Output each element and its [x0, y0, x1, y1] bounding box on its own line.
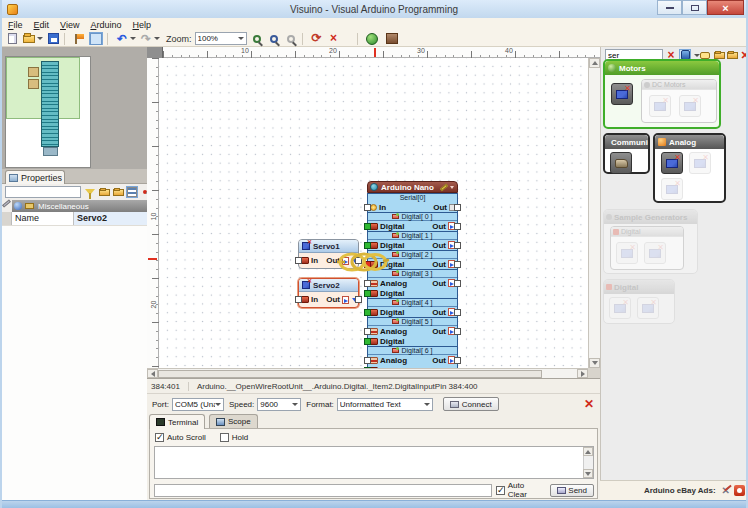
- category-communication[interactable]: Communication: [603, 133, 650, 174]
- component-tile-digital-1[interactable]: [609, 297, 631, 319]
- design-canvas[interactable]: Servo1 In Out Servo2: [159, 58, 588, 368]
- delete-button[interactable]: ×: [327, 32, 341, 45]
- digital1-out-pin[interactable]: [454, 242, 461, 249]
- undo-button[interactable]: ↶: [115, 32, 129, 45]
- format-combobox[interactable]: Unformatted Text: [337, 398, 433, 411]
- port-settings-icon[interactable]: ✕: [584, 397, 594, 411]
- category-digital[interactable]: Digital: [603, 279, 675, 324]
- ads-tools-icon[interactable]: ✕: [722, 485, 730, 496]
- digital3-in-pin[interactable]: [364, 290, 371, 297]
- property-row-name[interactable]: Name Servo2: [2, 212, 147, 225]
- menu-view[interactable]: View: [60, 20, 79, 30]
- zoom-combobox[interactable]: 100%: [195, 32, 247, 45]
- digital2-out-pin[interactable]: [454, 261, 461, 268]
- component-tile-analog-servo[interactable]: [661, 152, 683, 174]
- component-tile-dc-motor[interactable]: [649, 95, 671, 117]
- subgroup-generators-digital[interactable]: Digital: [610, 226, 684, 270]
- properties-filter-input[interactable]: [5, 186, 81, 198]
- send-button[interactable]: Send: [550, 484, 594, 497]
- terminal-scroll-down[interactable]: [583, 469, 593, 478]
- servo2-out-pin[interactable]: [355, 296, 362, 303]
- digital5-out-pin[interactable]: [454, 328, 461, 335]
- hold-checkbox[interactable]: [220, 433, 229, 442]
- serial-out-pin[interactable]: [454, 204, 461, 211]
- filter-button[interactable]: [84, 186, 96, 198]
- arduino-dropdown-arrow[interactable]: [450, 186, 454, 189]
- menu-edit[interactable]: Edit: [34, 20, 50, 30]
- properties-group-header[interactable]: Miscellaneous: [2, 200, 147, 212]
- redo-dropdown-arrow[interactable]: [154, 37, 160, 40]
- web-link-button[interactable]: [365, 32, 379, 45]
- scroll-left-button[interactable]: [147, 369, 158, 378]
- component-tile-digital-2[interactable]: [637, 297, 659, 319]
- component-tile-generator-2[interactable]: [644, 242, 666, 264]
- close-button[interactable]: ×: [707, 0, 744, 15]
- digital3-analog-in-pin[interactable]: [364, 280, 371, 287]
- build-upload-button[interactable]: ⟳: [310, 32, 324, 45]
- speed-combobox[interactable]: 9600: [257, 398, 301, 411]
- digital5-analog-in-pin[interactable]: [364, 328, 371, 335]
- collapse-categories-button[interactable]: [726, 49, 738, 61]
- package-button[interactable]: [385, 32, 399, 45]
- digital5-in-pin[interactable]: [364, 338, 371, 345]
- digital3-out-pin[interactable]: [454, 280, 461, 287]
- component-tile-serial[interactable]: [610, 152, 632, 174]
- ads-stop-icon[interactable]: [734, 485, 745, 496]
- minimize-button[interactable]: [657, 0, 682, 15]
- canvas-vertical-scrollbar[interactable]: [588, 58, 600, 368]
- terminal-scrollbar[interactable]: [583, 447, 593, 478]
- port-combobox[interactable]: COM5 (Unava: [172, 398, 224, 411]
- new-project-button[interactable]: [5, 32, 19, 45]
- component-tile-analog-2[interactable]: [689, 152, 711, 174]
- component-tile-generator-1[interactable]: [616, 242, 638, 264]
- menu-arduino[interactable]: Arduino: [90, 20, 121, 30]
- open-project-button[interactable]: [22, 32, 36, 45]
- canvas-horizontal-scrollbar[interactable]: [147, 368, 588, 378]
- palette-settings-button[interactable]: ✕: [739, 49, 748, 61]
- digital4-in-pin[interactable]: [364, 309, 371, 316]
- digital4-out-pin[interactable]: [454, 309, 461, 316]
- send-message-input[interactable]: [154, 484, 492, 497]
- servo1-in-pin[interactable]: [295, 257, 302, 264]
- maximize-button[interactable]: [682, 0, 707, 15]
- digital6-out-pin[interactable]: [454, 357, 461, 364]
- subgroup-dc-motors[interactable]: DC Motors: [641, 79, 717, 123]
- bookmark-toggle-button[interactable]: [72, 32, 86, 45]
- scroll-down-button[interactable]: [589, 358, 600, 368]
- undo-dropdown-arrow[interactable]: [130, 37, 136, 40]
- connect-button[interactable]: Connect: [443, 397, 499, 411]
- component-servo2[interactable]: Servo2 In Out: [298, 278, 359, 308]
- component-tile-analog-3[interactable]: [661, 178, 683, 200]
- digital6-analog-in-pin[interactable]: [364, 357, 371, 364]
- grid-toggle-button[interactable]: [89, 32, 103, 45]
- save-button[interactable]: [46, 32, 60, 45]
- category-view-button[interactable]: [126, 186, 138, 198]
- tab-properties[interactable]: Properties: [5, 170, 65, 184]
- tab-terminal[interactable]: Terminal: [149, 414, 205, 429]
- terminal-scroll-up[interactable]: [583, 447, 593, 456]
- collapse-all-button[interactable]: [112, 186, 124, 198]
- category-sample-generators[interactable]: Sample Generators Digital: [603, 209, 698, 274]
- serial-in-pin[interactable]: [364, 204, 371, 211]
- auto-clear-checkbox[interactable]: [496, 486, 505, 495]
- navigator-thumbnail[interactable]: [5, 56, 91, 168]
- scroll-up-button[interactable]: [589, 58, 600, 68]
- component-tile-servo[interactable]: [611, 83, 633, 105]
- tab-scope[interactable]: Scope: [209, 414, 258, 428]
- zoom-reset-button[interactable]: [284, 32, 298, 45]
- category-analog[interactable]: Analog: [653, 133, 726, 203]
- digital0-in-pin[interactable]: [364, 223, 371, 230]
- redo-button[interactable]: ↷: [139, 32, 153, 45]
- open-dropdown-arrow[interactable]: [37, 37, 43, 40]
- scroll-right-button[interactable]: [577, 369, 588, 378]
- terminal-output[interactable]: [154, 446, 594, 479]
- digital0-out-pin[interactable]: [454, 223, 461, 230]
- arduino-wrench-icon[interactable]: [440, 183, 448, 190]
- zoom-in-button[interactable]: [250, 32, 264, 45]
- menu-file[interactable]: File: [8, 20, 23, 30]
- category-motors[interactable]: Motors DC Motors: [603, 59, 721, 129]
- servo2-in-pin[interactable]: [295, 296, 302, 303]
- property-name-value[interactable]: Servo2: [74, 212, 147, 225]
- arduino-header[interactable]: Arduino Nano: [367, 181, 458, 193]
- component-tile-dual-motor[interactable]: [679, 95, 701, 117]
